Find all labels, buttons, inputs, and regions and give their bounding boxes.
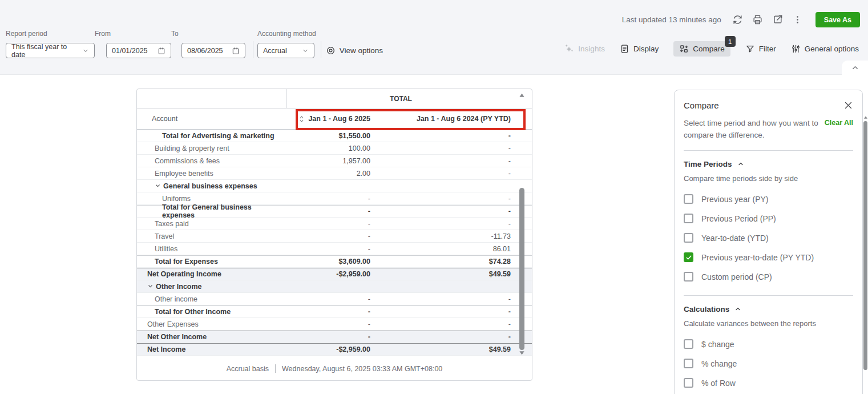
chevron-up-icon [734, 305, 741, 312]
table-row[interactable]: Commissions & fees1,957.00- [137, 155, 532, 167]
insights-icon [564, 44, 574, 54]
account-name: Total for Expenses [155, 258, 218, 266]
table-row[interactable]: Taxes paid-- [137, 218, 532, 230]
to-date-input[interactable]: 08/06/2025 [181, 43, 245, 58]
checkbox-label: Previous year (PY) [701, 195, 768, 204]
compare-panel: Compare Select time period and how you w… [674, 90, 863, 394]
column-header-current-period[interactable]: Jan 1 - Aug 6 2025 [274, 115, 370, 123]
checkbox-option[interactable]: Custom period (CP) [684, 267, 853, 287]
value-comparison-period: - [370, 220, 511, 228]
print-button[interactable] [751, 13, 765, 27]
insights-button[interactable]: Insights [564, 44, 605, 54]
calendar-icon[interactable] [232, 47, 240, 55]
calculations-section-header[interactable]: Calculations [684, 305, 853, 313]
table-row[interactable]: Building & property rent100.00- [137, 142, 532, 155]
time-periods-section-header[interactable]: Time Periods [684, 160, 853, 168]
close-panel-button[interactable] [843, 100, 853, 110]
value-comparison-period: -11.73 [370, 232, 511, 240]
table-row[interactable]: Employee benefits2.00- [137, 167, 532, 180]
panel-scrollbar[interactable] [863, 114, 868, 394]
value-comparison-period: - [370, 295, 511, 303]
account-name: Uniforms [162, 195, 191, 203]
calendar-icon[interactable] [158, 47, 165, 55]
checkbox-unchecked[interactable] [684, 214, 693, 223]
value-comparison-period: - [370, 157, 511, 165]
account-name: Total for General business expenses [162, 203, 274, 219]
eye-icon [326, 46, 336, 55]
scroll-down-arrow-icon[interactable] [518, 349, 526, 356]
from-date-value: 01/01/2025 [112, 47, 148, 55]
checkbox-option[interactable]: Previous Period (PP) [684, 209, 853, 228]
view-options-label: View options [340, 46, 383, 55]
general-options-button[interactable]: General options [791, 44, 859, 54]
checkbox-unchecked[interactable] [684, 233, 693, 243]
checkbox-option[interactable]: $ change [684, 335, 853, 354]
table-row[interactable]: Net Operating Income-$2,959.00$49.59 [137, 268, 532, 280]
sort-icon[interactable] [298, 115, 305, 123]
table-row[interactable]: Other Income [137, 280, 532, 293]
checkbox-option[interactable]: % change [684, 354, 853, 373]
accounting-method-label: Accounting method [257, 30, 316, 38]
table-row[interactable]: General business expenses [137, 180, 532, 192]
display-button[interactable]: Display [620, 44, 659, 54]
checkbox-checked[interactable] [684, 252, 693, 262]
table-row[interactable]: Total for General business expenses-- [137, 205, 532, 218]
chevron-up-icon [851, 63, 859, 72]
filter-button[interactable]: Filter [745, 44, 776, 54]
checkbox-option[interactable]: Year-to-date (YTD) [684, 228, 853, 248]
general-options-label: General options [805, 45, 859, 53]
view-options-button[interactable]: View options [326, 43, 383, 58]
scrollbar-thumb[interactable] [863, 121, 867, 370]
report-period-value: This fiscal year to date [11, 43, 82, 59]
collapse-header-button[interactable] [842, 61, 868, 75]
accounting-method-group: Accounting method Accrual [257, 30, 316, 58]
checkbox-unchecked[interactable] [684, 194, 693, 204]
accounting-method-select[interactable]: Accrual [257, 43, 314, 58]
account-name: Travel [155, 232, 174, 240]
value-comparison-period: $74.28 [370, 258, 511, 266]
account-name: Other Income [156, 283, 202, 291]
column-header-comparison-period[interactable]: Jan 1 - Aug 6 2024 (PY YTD) [370, 115, 511, 123]
checkbox-unchecked[interactable] [684, 272, 693, 282]
table-row[interactable]: Total for Other Income-- [137, 305, 532, 318]
value-comparison-period: - [370, 144, 511, 152]
checkbox-unchecked[interactable] [684, 378, 693, 388]
scrollbar-thumb[interactable] [519, 188, 524, 350]
table-body: Total for Advertising & marketing$1,550.… [137, 130, 532, 356]
table-row[interactable]: Other Expenses-- [137, 318, 532, 331]
checkbox-unchecked[interactable] [684, 359, 693, 368]
more-options-button[interactable] [791, 13, 805, 27]
scroll-up-arrow-icon[interactable] [863, 114, 868, 120]
table-row[interactable]: Other income-- [137, 293, 532, 305]
scroll-up-arrow-icon[interactable] [518, 91, 526, 98]
value-comparison-period: - [370, 333, 511, 341]
checkbox-unchecked[interactable] [684, 339, 693, 349]
table-row[interactable]: Net Income-$2,959.00$49.59 [137, 343, 532, 356]
table-row[interactable]: Net Other Income-- [137, 331, 532, 343]
report-footer: Accrual basis Wednesday, August 6, 2025 … [137, 364, 532, 373]
from-date-input[interactable]: 01/01/2025 [106, 43, 171, 58]
table-row[interactable]: Utilities-86.01 [137, 243, 532, 255]
checkbox-label: Custom period (CP) [701, 272, 772, 282]
account-column-header[interactable]: Account [137, 115, 274, 123]
report-period-select[interactable]: This fiscal year to date [6, 43, 95, 58]
export-button[interactable] [771, 13, 785, 27]
save-as-button[interactable]: Save As [815, 12, 860, 27]
table-row[interactable]: Total for Expenses$3,609.00$74.28 [137, 255, 532, 268]
table-row[interactable]: Travel--11.73 [137, 230, 532, 243]
checkbox-option[interactable]: Previous year-to-date (PY YTD) [684, 248, 853, 267]
clear-all-link[interactable]: Clear All [825, 119, 853, 127]
value-current-period: - [274, 232, 370, 240]
account-name: Total for Other Income [155, 308, 231, 316]
account-name: Taxes paid [155, 220, 189, 228]
compare-icon [679, 44, 689, 54]
refresh-button[interactable] [731, 13, 745, 27]
checkbox-option[interactable]: Previous year (PY) [684, 190, 853, 209]
table-scrollbar[interactable] [518, 91, 526, 356]
chevron-down-icon[interactable] [147, 283, 154, 290]
checkbox-option[interactable]: % of Row [684, 373, 853, 393]
table-row[interactable]: Total for Advertising & marketing$1,550.… [137, 130, 532, 142]
compare-button[interactable]: Compare 1 [673, 41, 730, 57]
chevron-down-icon[interactable] [155, 183, 161, 189]
time-periods-title: Time Periods [684, 160, 732, 168]
